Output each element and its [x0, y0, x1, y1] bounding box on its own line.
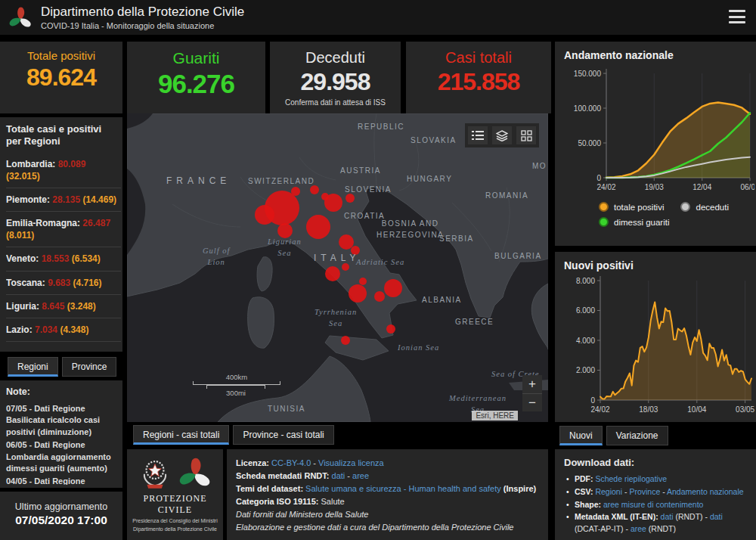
case-cluster-marker[interactable]: [349, 284, 367, 303]
regions-province-tabs: RegioniProvince: [8, 357, 116, 377]
tab-variazione[interactable]: Variazione: [606, 426, 668, 445]
basemap-icon[interactable]: [516, 126, 536, 144]
scale-mi: 300mi: [206, 389, 265, 397]
download-item: PDF: Schede riepilogative: [564, 473, 747, 486]
case-cluster-marker[interactable]: [291, 187, 300, 196]
region-name: Emilia-Romagna:: [6, 218, 80, 228]
tab-regioni-casi-totali[interactable]: Regioni - casi totali: [133, 425, 229, 445]
license-row: Dati forniti dal Ministero della Salute: [236, 508, 539, 521]
license-row: Temi del dataset: Salute umana e sicurez…: [236, 483, 539, 495]
app-subtitle: COVID-19 Italia - Monitoraggio della sit…: [41, 21, 244, 30]
link[interactable]: dati: [661, 512, 674, 521]
link[interactable]: Visualizza licenza: [318, 458, 384, 467]
card-deceduti: Deceduti 29.958 Conferma dati in attesa …: [270, 42, 401, 113]
link[interactable]: aree: [631, 524, 646, 533]
menu-icon[interactable]: [729, 10, 745, 23]
region-total: 8.645: [42, 301, 64, 312]
svg-text:6.000: 6.000: [576, 306, 595, 315]
note-item: 06/05 - Dati Regione Lombardia aggiornam…: [6, 439, 121, 474]
notes-list[interactable]: 07/05 - Dati Regione Basilicata ricalcol…: [6, 403, 122, 485]
link[interactable]: Andamento nazionale: [667, 487, 744, 496]
scale-km: 400km: [193, 373, 280, 381]
zoom-out-button[interactable]: −: [522, 393, 542, 411]
andamento-title: Andamento nazionale: [564, 49, 756, 61]
map-overlays: REPUBLICSLOVAKIAAUSTRIAHUNGARYMOROMANIAF…: [127, 113, 548, 422]
tab-nuovi[interactable]: Nuovi: [559, 426, 603, 445]
license-row: Elaborazione e gestione dati a cura del …: [236, 521, 539, 534]
case-cluster-marker[interactable]: [255, 205, 274, 225]
case-cluster-marker[interactable]: [359, 278, 367, 285]
link[interactable]: Regioni: [595, 487, 622, 496]
license-row: Scheda metadati RNDT: dati - aree: [236, 470, 539, 483]
map-country-label: REPUBLIC: [358, 121, 404, 132]
region-row: Veneto: 18.553 (6.534): [6, 247, 121, 271]
map-country-label: ITALY: [314, 251, 361, 265]
svg-text:24/02: 24/02: [596, 183, 615, 191]
case-cluster-marker[interactable]: [386, 324, 395, 334]
map-country-label: BULGARIA: [494, 250, 542, 262]
card-value: 215.858: [406, 68, 551, 96]
svg-text:50.000: 50.000: [578, 139, 601, 147]
text: Temi del dataset:: [236, 484, 305, 493]
tab-province-casi-totali[interactable]: Province - casi totali: [233, 425, 333, 445]
link[interactable]: aree: [352, 471, 369, 480]
text: (RNDT): [646, 524, 676, 533]
tab-province[interactable]: Province: [62, 357, 117, 377]
case-cluster-marker[interactable]: [384, 279, 402, 297]
layers-icon[interactable]: [492, 126, 512, 144]
map[interactable]: REPUBLICSLOVAKIAAUSTRIAHUNGARYMOROMANIAF…: [127, 113, 548, 422]
tab-regioni[interactable]: Regioni: [8, 357, 58, 377]
map-country-label: AUSTRIA: [340, 165, 381, 176]
license-row: Categoria ISO 19115: Salute: [236, 495, 539, 508]
andamento-chart: 050.000100.000150.00024/0219/0312/0406/0…: [564, 63, 754, 196]
nuovi-variazione-tabs: NuoviVariazione: [559, 426, 668, 445]
case-cluster-marker[interactable]: [341, 336, 350, 345]
map-layer-tabs: Regioni - casi totaliProvince - casi tot…: [133, 425, 334, 445]
svg-text:8.000: 8.000: [576, 277, 595, 285]
link[interactable]: Province: [629, 487, 660, 496]
license-row: Licenza: CC-BY-4.0 - Visualizza licenza: [236, 457, 539, 470]
text: Dati forniti dal Ministero della Salute: [236, 510, 368, 519]
regions-panel: Totale casi e positivi per Regioni Lomba…: [0, 117, 122, 352]
map-scalebar: 400km 300mi: [193, 373, 280, 397]
link[interactable]: aree misure di contenimento: [603, 500, 704, 509]
link[interactable]: dati: [710, 512, 723, 521]
andamento-nazionale-panel: Andamento nazionale 050.000100.000150.00…: [555, 42, 756, 246]
svg-text:10/04: 10/04: [687, 405, 706, 414]
region-list[interactable]: Lombardia: 80.089 (32.015)Piemonte: 28.1…: [6, 153, 122, 348]
text: PDF:: [575, 474, 595, 483]
card-casi-totali: Casi totali 215.858: [406, 42, 551, 113]
legend-label: totale positivi: [614, 203, 664, 212]
region-total: 9.683: [48, 278, 70, 288]
case-cluster-marker[interactable]: [324, 194, 342, 212]
card-label: Totale positivi: [0, 49, 122, 62]
link[interactable]: CC-BY-4.0: [271, 458, 311, 467]
region-row: Emilia-Romagna: 26.487 (8.011): [6, 212, 121, 247]
svg-text:100.000: 100.000: [574, 104, 602, 113]
region-row: Marche: 6.452 (3.247): [6, 342, 121, 347]
map-country-label: HUNGARY: [407, 173, 452, 185]
link[interactable]: Salute umana e sicurezza - Human health …: [305, 484, 501, 493]
case-cluster-marker[interactable]: [325, 266, 340, 281]
zoom-in-button[interactable]: +: [522, 375, 542, 393]
case-cluster-marker[interactable]: [374, 291, 385, 302]
legend-label: dimessi guariti: [614, 218, 670, 227]
note-item: 04/05 - Dati Regione Sardegna ricalcolo …: [6, 476, 121, 485]
region-total: 26.487: [82, 218, 110, 228]
link[interactable]: dati: [332, 471, 345, 480]
last-update-panel: Ultimo aggiornamento 07/05/2020 17:00: [0, 492, 122, 540]
map-country-label: SERBIA: [439, 233, 474, 244]
region-total: 28.135: [52, 194, 80, 205]
notes-panel: Note: 07/05 - Dati Regione Basilicata ri…: [0, 380, 122, 488]
card-value: 96.276: [127, 69, 265, 99]
legend-icon[interactable]: [468, 126, 488, 144]
map-country-label: SLOVENIA: [345, 184, 392, 195]
map-sea-label: Tyrrhenian Sea: [314, 307, 357, 329]
region-row: Lombardia: 80.089 (32.015): [6, 153, 121, 188]
case-cluster-marker[interactable]: [277, 223, 293, 238]
case-cluster-marker[interactable]: [306, 215, 330, 239]
svg-text:2.000: 2.000: [576, 366, 595, 374]
link[interactable]: Schede riepilogative: [595, 474, 667, 483]
map-sea-label: Ligurian Sea: [268, 237, 302, 259]
svg-text:4.000: 4.000: [576, 337, 595, 345]
